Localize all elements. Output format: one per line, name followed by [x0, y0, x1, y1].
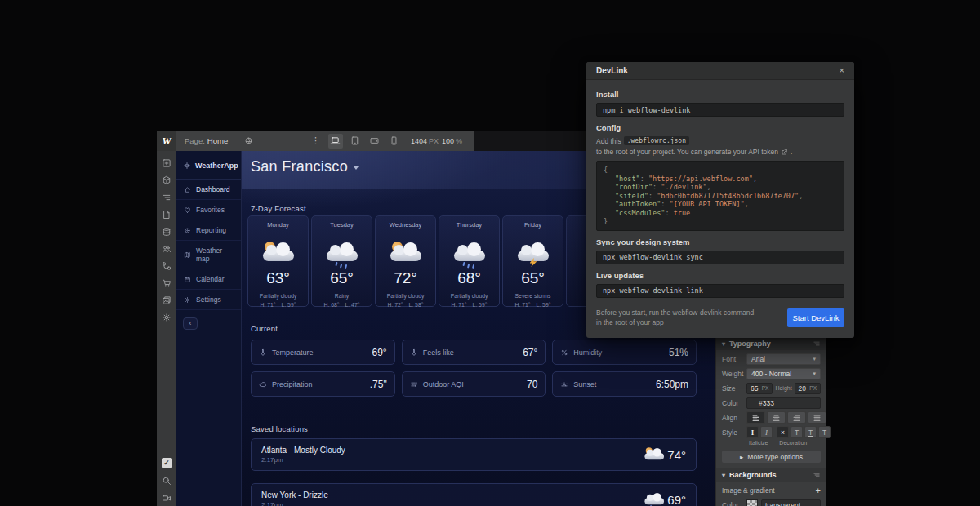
- forecast-card[interactable]: Monday 63° Partially cloudy H: 71°L: 59°: [247, 215, 309, 307]
- stat-sunset[interactable]: Sunset 6:50pm: [552, 371, 697, 397]
- footer-note: Before you start, run the webflow-devlin…: [596, 308, 760, 329]
- stat-label: Temperature: [272, 348, 368, 357]
- config-label: Config: [596, 123, 844, 132]
- add-background-icon[interactable]: +: [816, 486, 821, 495]
- forecast-card[interactable]: Thursday 68° Partially cloudy H: 71°L: 5…: [439, 215, 500, 307]
- sidebar-item-dashboard[interactable]: Dashboard: [176, 180, 241, 200]
- cms-icon[interactable]: [161, 227, 172, 237]
- bg-color-input[interactable]: transparent: [761, 499, 821, 506]
- forecast-card[interactable]: Tuesday 65° Rainy H: 68°L: 47°: [311, 215, 372, 307]
- ecommerce-cart-icon[interactable]: [161, 278, 172, 288]
- breakpoint-desktop-icon[interactable]: [328, 134, 343, 149]
- italic-on-button[interactable]: I: [760, 426, 773, 438]
- logic-icon[interactable]: [161, 261, 172, 271]
- strikethrough-button[interactable]: T: [791, 426, 803, 438]
- code-value: "bd6c0bfdb871715f48b5dc16687fe707": [657, 192, 799, 200]
- sidebar-collapse-button[interactable]: ‹: [183, 317, 198, 330]
- forecast-card[interactable]: Friday 65° Severe storms H: 71°L: 59°: [502, 215, 564, 307]
- saved-location-row[interactable]: Atlanta - Mostly Cloudy 2:17pm 74°: [251, 438, 697, 471]
- cloud-icon: [259, 380, 267, 388]
- code-comma: ,: [745, 200, 749, 208]
- settings-icon[interactable]: [161, 313, 172, 322]
- users-icon[interactable]: [161, 244, 172, 254]
- weatherapp-sidebar: WeatherApp Dashboard Favorites Reporting: [176, 151, 242, 506]
- stat-temperature[interactable]: Temperature 69°: [251, 340, 395, 365]
- overline-button[interactable]: T: [818, 426, 831, 438]
- color-input[interactable]: #333: [746, 397, 821, 409]
- stat-feels-like[interactable]: Feels like 67°: [402, 340, 546, 365]
- weight-dropdown[interactable]: 400 - Normal ▾: [746, 368, 821, 380]
- code-comma: ,: [799, 192, 803, 200]
- stat-humidity[interactable]: Humidity 51%: [552, 340, 697, 365]
- low-temp: L: 58°: [409, 302, 424, 308]
- sidebar-item-calendar[interactable]: Calendar: [176, 269, 241, 290]
- stat-precipitation[interactable]: Precipitation .75": [251, 371, 395, 397]
- align-label: Align: [722, 414, 746, 422]
- sync-command-field[interactable]: npx webflow-devlink sync: [596, 251, 844, 264]
- stat-outdoor-aqi[interactable]: Outdoor AQI 70: [402, 371, 546, 397]
- sidebar-item-weather-map[interactable]: Weather map: [176, 241, 241, 269]
- sidebar-item-favorites[interactable]: Favorites: [176, 200, 241, 220]
- forecast-card[interactable]: Wednesday 72° Partially cloudy H: 72°L: …: [375, 215, 436, 307]
- font-dropdown[interactable]: Arial ▾: [746, 353, 821, 365]
- size-input[interactable]: 65 PX: [746, 383, 773, 394]
- location-temp: 74°: [667, 448, 686, 462]
- page-selector[interactable]: Page:Home: [185, 136, 228, 145]
- sidebar-item-settings[interactable]: Settings: [176, 290, 241, 310]
- thermometer-icon: [259, 348, 267, 357]
- webflow-logo[interactable]: W: [157, 131, 176, 151]
- day-label: Wednesday: [376, 216, 435, 233]
- height-input[interactable]: 20 PX: [795, 383, 821, 394]
- pages-icon[interactable]: [161, 210, 172, 220]
- close-icon[interactable]: ×: [840, 66, 844, 75]
- sidebar-item-reporting[interactable]: Reporting: [176, 220, 241, 241]
- typography-section-header[interactable]: ▾ Typography: [716, 336, 826, 350]
- italic-off-button[interactable]: I: [746, 426, 759, 438]
- breakpoint-tablet-icon[interactable]: [348, 134, 363, 149]
- components-icon[interactable]: [161, 175, 172, 185]
- preview-icon[interactable]: [244, 136, 253, 145]
- low-temp: L: 59°: [473, 302, 488, 308]
- transparent-swatch[interactable]: [746, 499, 758, 506]
- section-menu-icon[interactable]: [813, 471, 821, 479]
- more-menu-icon[interactable]: ⋮: [309, 135, 323, 146]
- video-tutorials-icon[interactable]: [162, 493, 172, 503]
- external-link-icon[interactable]: [781, 149, 788, 156]
- canvas-dimensions[interactable]: 1404PX100%: [411, 137, 466, 145]
- weatherapp-brand[interactable]: WeatherApp: [176, 151, 241, 180]
- assets-icon[interactable]: [161, 295, 172, 305]
- align-center-button[interactable]: [767, 411, 786, 424]
- backgrounds-section-header[interactable]: ▾ Backgrounds: [716, 468, 826, 482]
- stat-value: .75": [370, 379, 387, 390]
- install-command-field[interactable]: npm i webflow-devlink: [596, 103, 844, 117]
- start-devlink-button[interactable]: Start DevLink: [787, 308, 844, 327]
- left-tool-rail: W ✓: [157, 131, 176, 506]
- weight-label: Weight: [722, 370, 746, 378]
- section-menu-icon[interactable]: [813, 340, 821, 348]
- config-code-block[interactable]: { "host": "https://api.webflow.com", "ro…: [596, 161, 844, 231]
- caret-down-icon: ▾: [813, 371, 816, 377]
- desc-text: .: [791, 148, 792, 156]
- align-justify-button[interactable]: [808, 411, 826, 424]
- breakpoint-mobile-portrait-icon[interactable]: [387, 134, 402, 149]
- audit-check-icon[interactable]: ✓: [162, 458, 172, 468]
- day-label: Monday: [248, 216, 308, 233]
- decoration-none-button[interactable]: ×: [777, 426, 789, 438]
- align-right-button[interactable]: [787, 411, 806, 424]
- partly-cloudy-icon: [263, 244, 294, 262]
- city-selector[interactable]: San Francisco: [251, 158, 359, 175]
- nav-label: Reporting: [196, 226, 226, 234]
- more-type-options-label: More type options: [747, 453, 803, 461]
- stat-value: 6:50pm: [656, 379, 688, 390]
- more-type-options-button[interactable]: ▸ More type options: [722, 451, 821, 463]
- underline-button[interactable]: T: [804, 426, 817, 438]
- saved-location-row[interactable]: New York - Drizzle 2:17pm 69°: [251, 483, 697, 506]
- calendar-icon: [184, 276, 191, 283]
- breakpoint-mobile-landscape-icon[interactable]: [368, 134, 382, 149]
- app-name: WeatherApp: [195, 162, 238, 170]
- live-command-field[interactable]: npx webflow-devlink link: [596, 284, 844, 298]
- add-elements-icon[interactable]: [161, 158, 172, 168]
- search-icon[interactable]: [162, 476, 172, 486]
- align-left-button[interactable]: [746, 411, 765, 424]
- navigator-icon[interactable]: [161, 193, 172, 202]
